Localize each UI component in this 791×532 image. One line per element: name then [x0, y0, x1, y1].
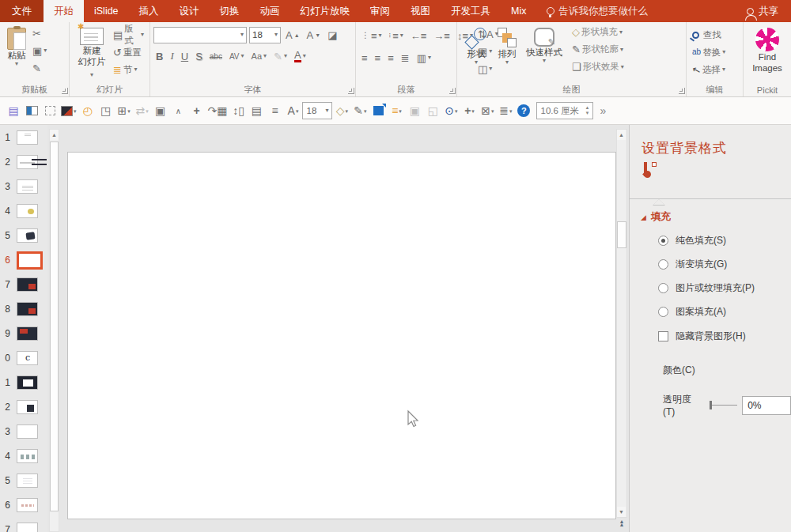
font-size-combo[interactable]: 18▾ — [249, 27, 281, 43]
font-dialog-launcher[interactable] — [348, 88, 354, 94]
tab-设计[interactable]: 设计 — [169, 0, 210, 22]
color-label[interactable]: 颜色(C) — [663, 364, 791, 377]
slide-layout-button[interactable] — [23, 100, 40, 121]
tab-iSlide[interactable]: iSlide — [84, 0, 129, 22]
resize-height-button[interactable]: ↕▯ — [229, 100, 247, 121]
help-button[interactable]: ? — [515, 100, 532, 121]
fill-bucket-tab-icon[interactable] — [644, 162, 647, 176]
character-spacing-button[interactable]: AV▾ — [227, 47, 247, 65]
tab-切换[interactable]: 切换 — [210, 0, 250, 22]
slide-thumbnail-item[interactable]: 0 — [0, 349, 47, 367]
align-right-button[interactable]: ≡ — [385, 49, 396, 66]
tab-Mix[interactable]: Mix — [501, 0, 536, 22]
scroll-up-icon[interactable]: ▲ — [50, 130, 59, 140]
slide-thumbnail-item[interactable]: 3 — [0, 178, 47, 195]
slide-thumbnail-item[interactable]: 2 — [0, 153, 47, 171]
slide-thumbnail-item[interactable]: 5 — [0, 472, 47, 489]
slide-thumbnail-item[interactable]: 6 — [0, 496, 47, 514]
font-size-qat-combo[interactable]: 18▾ — [302, 102, 332, 119]
arrange-button[interactable]: 排列 ▾ — [492, 25, 522, 67]
find-images-button[interactable]: Find Images — [748, 25, 786, 76]
slide-thumbnail-item[interactable]: 7 — [0, 521, 47, 532]
strikethrough-button[interactable]: abc — [207, 47, 225, 65]
tab-插入[interactable]: 插入 — [129, 0, 169, 22]
reset-button[interactable]: ↺重置 — [111, 43, 146, 61]
clipboard-dialog-launcher[interactable] — [62, 88, 68, 94]
quick-styles-button[interactable]: 快速样式 ▾ — [522, 25, 566, 66]
slide-thumbnail-item[interactable]: 3 — [0, 423, 47, 440]
bullets-button[interactable]: ⋮≡▾ — [359, 27, 384, 44]
canvas-scroll-down-icon[interactable]: ▼ — [617, 507, 626, 517]
slide-thumbnail-item[interactable]: 7 — [0, 276, 47, 293]
tab-动画[interactable]: 动画 — [250, 0, 290, 22]
shadow-button[interactable]: S — [193, 47, 205, 65]
font-color-button[interactable]: A▾ — [292, 47, 308, 65]
animation-pane-button[interactable]: ◴ — [79, 100, 97, 121]
selection-pane-button[interactable]: ◳ — [97, 100, 115, 121]
new-slide-button[interactable]: 新建 幻灯片 ▾ — [73, 25, 111, 81]
slide-thumbnail-item[interactable]: 4 — [0, 447, 47, 465]
slide-thumbnail-item[interactable]: 2 — [0, 398, 47, 416]
replace-button[interactable]: ab替换▾ — [690, 43, 740, 61]
text-box-button[interactable]: ▤ — [248, 100, 265, 121]
align-left-button[interactable]: ≡ — [359, 49, 370, 66]
thumbnail-scrollbar[interactable]: ▲ — [49, 129, 59, 532]
slide-thumbnail-item[interactable]: 5 — [0, 227, 47, 244]
layout-button[interactable]: ▤版式▾ — [111, 26, 146, 43]
share-button[interactable]: 共享 — [734, 0, 791, 22]
paste-button[interactable]: 粘贴 ▾ — [3, 25, 30, 69]
paragraph-dialog-launcher[interactable] — [449, 88, 456, 94]
grow-font-button[interactable]: A▲ — [283, 26, 302, 43]
shape-effects-button[interactable]: ❑形状效果▾ — [570, 59, 626, 74]
fill-qat-button[interactable]: ◇▾ — [333, 100, 350, 121]
slide-thumbnail-item[interactable]: 1 — [0, 374, 47, 391]
underline-button[interactable]: U — [179, 47, 191, 65]
slide-thumbnail-item[interactable]: 1 — [0, 129, 47, 146]
italic-button[interactable]: I — [168, 47, 176, 65]
align-objects-button[interactable]: ≡▾ — [388, 100, 405, 121]
align-center-button[interactable]: ≡ — [373, 49, 384, 66]
tab-幻灯片放映[interactable]: 幻灯片放映 — [290, 0, 361, 22]
position-button[interactable]: + — [188, 100, 206, 121]
increase-indent-button[interactable]: →≡ — [431, 27, 452, 44]
theme-colors-button[interactable]: ▾ — [59, 100, 78, 121]
shape-outline-button[interactable]: ✎形状轮廓▾ — [570, 42, 626, 57]
tab-file[interactable]: 文件 — [0, 0, 44, 22]
size-spinner[interactable]: 10.6 厘米▲▼ — [536, 102, 593, 119]
canvas-scroll-up-icon[interactable]: ▲ — [617, 130, 626, 140]
bring-forward-button[interactable]: ▣ — [152, 100, 169, 121]
transparency-input[interactable]: 0% — [742, 396, 791, 415]
slide-thumbnail-item[interactable]: 4 — [0, 202, 47, 220]
tab-审阅[interactable]: 审阅 — [360, 0, 400, 22]
find-button[interactable]: 查找 — [690, 26, 740, 43]
group-button[interactable]: ▣ — [406, 100, 423, 121]
columns-button[interactable]: ▥▾ — [414, 49, 433, 66]
tab-视图[interactable]: 视图 — [400, 0, 441, 22]
format-painter-button[interactable]: ✎ — [30, 59, 49, 77]
cut-button[interactable]: ✂ — [30, 25, 49, 42]
highlight-button[interactable]: ✎▾ — [271, 47, 290, 65]
drawing-dialog-launcher[interactable] — [679, 88, 685, 94]
option-hide-background[interactable]: 隐藏背景图形(H) — [658, 330, 791, 343]
previous-slide-button[interactable]: ▲▲ — [619, 520, 625, 526]
flip-button[interactable]: ⇄▾ — [134, 100, 151, 121]
shape-fill-button[interactable]: ◇形状填充▾ — [570, 25, 626, 40]
paste-picture-button[interactable]: ↷▦ — [206, 100, 229, 121]
text-box2-button[interactable]: ⊠▾ — [479, 100, 496, 121]
line-style-button[interactable]: ≣▾ — [497, 100, 514, 121]
transparency-slider[interactable] — [710, 401, 737, 409]
decrease-indent-button[interactable]: ←≡ — [408, 27, 430, 44]
copy-button[interactable]: ▣▾ — [30, 42, 49, 59]
shrink-font-button[interactable]: A▼ — [305, 26, 324, 43]
slide-thumbnail-item[interactable]: 6 — [0, 251, 47, 269]
blue-callout-button[interactable] — [369, 100, 387, 121]
merge-shapes-button[interactable]: ⊙▾ — [442, 100, 460, 121]
outline-qat-button[interactable]: ✎▾ — [351, 100, 369, 121]
thumbnail-scrollbar-thumb[interactable] — [50, 141, 59, 511]
tab-开始[interactable]: 开始 — [44, 0, 84, 22]
position2-button[interactable]: +▾ — [460, 100, 478, 121]
canvas-scrollbar-thumb[interactable] — [617, 221, 626, 248]
slide-canvas[interactable] — [67, 152, 616, 519]
collapse-toolbar-button[interactable]: ∧ — [170, 100, 187, 121]
fill-section-header[interactable]: ◢ 填充 — [641, 210, 791, 224]
